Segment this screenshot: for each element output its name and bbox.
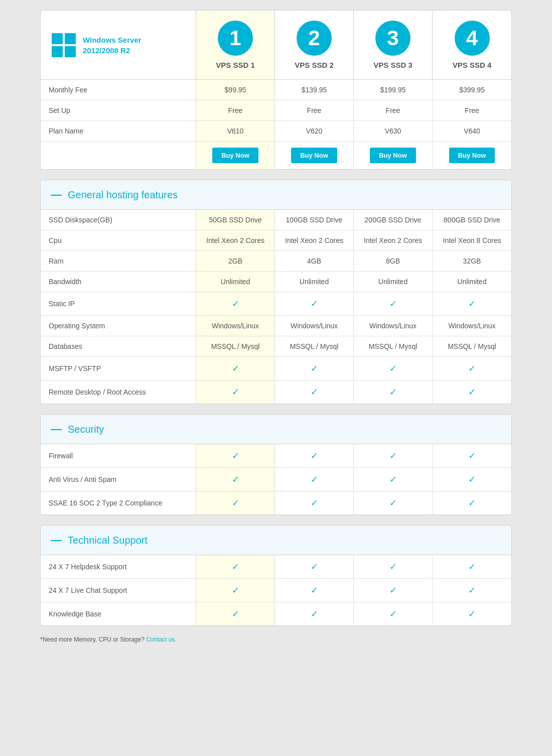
section-2-row-0-val-1: ✓ [275, 555, 354, 578]
check-icon: ✓ [232, 585, 239, 596]
plan-circle-2: 2 [297, 21, 332, 56]
section-header-1: — Security [41, 415, 511, 444]
section-dash-2: — [51, 534, 62, 547]
section-0-row-3-label: Bandwidth [41, 272, 196, 292]
section-0-row-5-val-1: Windows/Linux [275, 316, 354, 336]
section-0-row-3: BandwidthUnlimitedUnlimitedUnlimitedUnli… [41, 272, 511, 292]
brand-title: Windows Server 2012/2008 R2 [83, 35, 142, 56]
section-0-row-5-label: Operating System [41, 316, 196, 336]
section-title-2: Technical Support [68, 535, 148, 546]
section-0-row-8-val-2: ✓ [354, 381, 433, 404]
section-0-row-5: Operating SystemWindows/LinuxWindows/Lin… [41, 316, 511, 336]
sections-container: — General hosting features SSD Diskspace… [40, 180, 512, 626]
section-0-row-7-val-1: ✓ [275, 357, 354, 380]
section-0-row-3-val-1: Unlimited [275, 272, 354, 292]
section-1-row-2-label: SSAE 16 SOC 2 Type 2 Compliance [41, 491, 196, 515]
check-icon: ✓ [389, 474, 397, 485]
check-icon: ✓ [389, 585, 397, 596]
planname-v1: V610 [196, 121, 275, 141]
section-0-row-6-val-0: MSSQL / Mysql [196, 336, 275, 356]
setup-label: Set Up [41, 100, 196, 120]
section-0-row-1-val-0: Intel Xeon 2 Cores [196, 230, 275, 250]
plan-header-1: 1 VPS SSD 1 [196, 11, 275, 79]
section-0-row-1-val-2: Intel Xeon 2 Cores [354, 230, 433, 250]
plan-circle-3: 3 [375, 21, 410, 56]
section-1-row-2: SSAE 16 SOC 2 Type 2 Compliance✓✓✓✓ [41, 491, 511, 515]
svg-rect-1 [65, 33, 76, 44]
buy-row: Buy Now Buy Now Buy Now Buy Now [41, 142, 511, 169]
section-2-row-0-val-3: ✓ [433, 555, 511, 578]
svg-rect-3 [65, 46, 76, 57]
buy-button-1[interactable]: Buy Now [212, 148, 258, 163]
section-0-row-8-label: Remote Desktop / Root Access [41, 381, 196, 404]
windows-logo-icon [51, 32, 77, 58]
check-icon: ✓ [232, 450, 239, 461]
setup-row: Set Up Free Free Free Free [41, 100, 511, 121]
buy-button-4[interactable]: Buy Now [449, 148, 495, 163]
plan-name-3: VPS SSD 3 [359, 61, 427, 69]
check-icon: ✓ [468, 474, 476, 485]
section-2-row-1-label: 24 X 7 Live Chat Support [41, 579, 196, 602]
section-2-row-2: Knowledge Base✓✓✓✓ [41, 602, 511, 625]
section-2-row-2-val-1: ✓ [275, 602, 354, 625]
svg-rect-2 [52, 46, 63, 57]
plan-name-4: VPS SSD 4 [438, 61, 506, 69]
monthly-fee-label: Monthly Fee [41, 80, 196, 100]
section-0-row-8-val-3: ✓ [433, 381, 511, 404]
section-2-row-1-val-2: ✓ [354, 579, 433, 602]
section-0-row-0-val-2: 200GB SSD Drive [354, 210, 433, 230]
planname-v3: V630 [354, 121, 433, 141]
section-2-row-0: 24 X 7 Helpdesk Support✓✓✓✓ [41, 555, 511, 579]
check-icon: ✓ [232, 298, 239, 309]
section-1-row-0-val-0: ✓ [196, 444, 275, 467]
plan-header-3: 3 VPS SSD 3 [354, 11, 433, 79]
planname-label: Plan Name [41, 121, 196, 141]
check-icon: ✓ [389, 497, 397, 509]
setup-v2: Free [275, 100, 354, 120]
section-0-row-4-val-0: ✓ [196, 292, 275, 315]
section-0-row-7-val-0: ✓ [196, 357, 275, 380]
section-0-row-4: Static IP✓✓✓✓ [41, 292, 511, 316]
section-0-row-2-val-1: 4GB [275, 251, 354, 271]
section-1-row-2-val-1: ✓ [275, 491, 354, 515]
planname-row: Plan Name V610 V620 V630 V640 [41, 121, 511, 142]
check-icon: ✓ [311, 298, 318, 309]
section-2-row-2-val-0: ✓ [196, 602, 275, 625]
buy-button-3[interactable]: Buy Now [370, 148, 416, 163]
section-0-row-4-label: Static IP [41, 292, 196, 315]
section-0-row-5-val-0: Windows/Linux [196, 316, 275, 336]
buy-cell-4: Buy Now [433, 142, 511, 169]
section-header-0: — General hosting features [41, 180, 511, 210]
contact-link[interactable]: Contact us. [146, 636, 177, 643]
section-0-row-0-val-0: 50GB SSD Drive [196, 210, 275, 230]
section-1-row-1-val-0: ✓ [196, 468, 275, 491]
section-title-0: General hosting features [68, 189, 178, 201]
buy-cell-1: Buy Now [196, 142, 275, 169]
monthly-fee-v3: $199.95 [354, 80, 433, 100]
section-0-row-2-val-0: 2GB [196, 251, 275, 271]
section-1-row-0-val-2: ✓ [354, 444, 433, 467]
check-icon: ✓ [468, 298, 476, 309]
check-icon: ✓ [468, 450, 476, 461]
buy-cell-3: Buy Now [354, 142, 433, 169]
check-icon: ✓ [389, 387, 397, 398]
section-0-row-8: Remote Desktop / Root Access✓✓✓✓ [41, 381, 511, 404]
section-1-row-2-val-3: ✓ [433, 491, 511, 515]
section-0-row-1-label: Cpu [41, 230, 196, 250]
setup-v4: Free [433, 100, 511, 120]
section-0-row-4-val-1: ✓ [275, 292, 354, 315]
buy-button-2[interactable]: Buy Now [291, 148, 337, 163]
section-0-row-7: MSFTP / VSFTP✓✓✓✓ [41, 357, 511, 381]
section-0-row-6-val-1: MSSQL / Mysql [275, 336, 354, 356]
section-0-row-0: SSD Diskspace(GB)50GB SSD Drive100GB SSD… [41, 210, 511, 230]
section-2-row-1-val-3: ✓ [433, 579, 511, 602]
section-2-row-2-val-2: ✓ [354, 602, 433, 625]
check-icon: ✓ [311, 363, 318, 374]
section-dash-1: — [51, 423, 62, 436]
monthly-fee-v1: $99.95 [196, 80, 275, 100]
check-icon: ✓ [311, 561, 318, 572]
section-header-2: — Technical Support [41, 526, 511, 555]
section-0-row-6-val-3: MSSQL / Mysql [433, 336, 511, 356]
check-icon: ✓ [232, 561, 239, 572]
section-1-row-0-val-1: ✓ [275, 444, 354, 467]
